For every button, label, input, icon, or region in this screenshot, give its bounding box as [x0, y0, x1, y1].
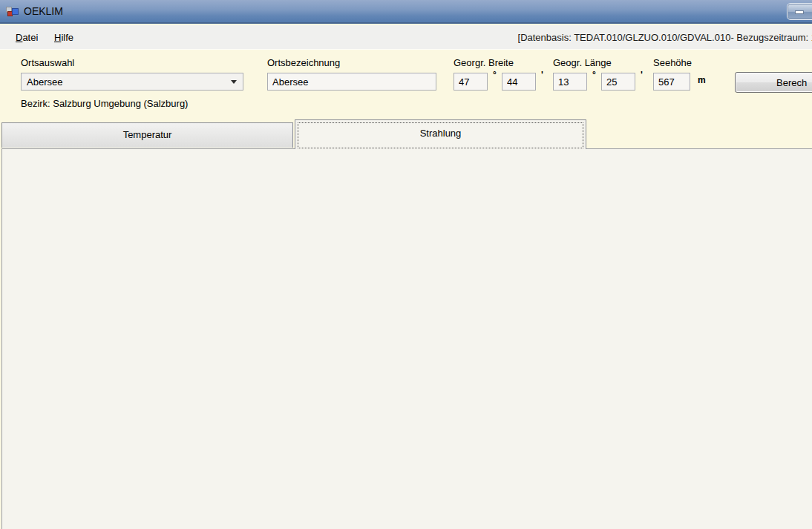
- ortsbezeichnung-label: Ortsbezeichnung: [267, 57, 340, 68]
- app-icon: [6, 5, 19, 19]
- tab-strahlung-label: Strahlung: [420, 128, 462, 139]
- datenbasis-status: [Datenbasis: TEDAT.010/GLZUO.010/GDVAL.0…: [518, 32, 812, 43]
- laenge-deg-input[interactable]: [553, 73, 587, 91]
- seehoehe-input[interactable]: [653, 73, 690, 91]
- menu-hilfe-rest: ilfe: [61, 32, 73, 43]
- seehoehe-label: Seehöhe: [653, 57, 692, 68]
- laenge-min-input[interactable]: [601, 73, 635, 91]
- tab-temperatur-label: Temperatur: [123, 129, 172, 140]
- breite-label: Georgr. Breite: [454, 57, 514, 68]
- menu-item-datei[interactable]: Datei: [9, 30, 45, 45]
- strahlung-tab-panel: [1, 148, 812, 529]
- minimize-icon: [795, 10, 804, 14]
- tab-strahlung[interactable]: Strahlung: [295, 119, 586, 149]
- laenge-label: Geogr. Länge: [553, 57, 612, 68]
- app-window: OEKLIM Datei Hilfe [Datenbasis: TEDAT.01…: [0, 0, 812, 529]
- window-title: OEKLIM: [24, 5, 63, 17]
- minimize-button[interactable]: [787, 3, 812, 20]
- menu-bar: Datei Hilfe [Datenbasis: TEDAT.010/GLZUO…: [0, 25, 812, 50]
- ortsauswahl-value: Abersee: [27, 76, 62, 88]
- ortsauswahl-combobox[interactable]: Abersee: [21, 73, 243, 91]
- title-bar[interactable]: OEKLIM: [0, 0, 812, 24]
- breite-deg-input[interactable]: [454, 73, 488, 91]
- ortsbezeichnung-input[interactable]: [267, 73, 436, 91]
- chevron-down-icon: [231, 80, 237, 84]
- laenge-min-symbol: ': [641, 70, 643, 80]
- menu-datei-rest: atei: [22, 32, 38, 43]
- seehoehe-unit: m: [698, 75, 706, 85]
- menu-item-hilfe[interactable]: Hilfe: [48, 30, 80, 45]
- berechnen-button[interactable]: Berech: [735, 72, 812, 93]
- laenge-deg-symbol: °: [592, 70, 596, 80]
- breite-deg-symbol: °: [493, 70, 497, 80]
- ortsauswahl-label: Ortsauswahl: [21, 57, 74, 68]
- app-icon-square-blue: [12, 8, 19, 15]
- breite-min-symbol: ': [541, 70, 543, 80]
- menu-datei-accel: D: [16, 32, 22, 43]
- menu-hilfe-accel: H: [54, 32, 61, 43]
- breite-min-input[interactable]: [502, 73, 536, 91]
- tab-temperatur[interactable]: Temperatur: [1, 122, 293, 148]
- bezirk-label: Bezirk: Salzburg Umgebung (Salzburg): [21, 98, 188, 109]
